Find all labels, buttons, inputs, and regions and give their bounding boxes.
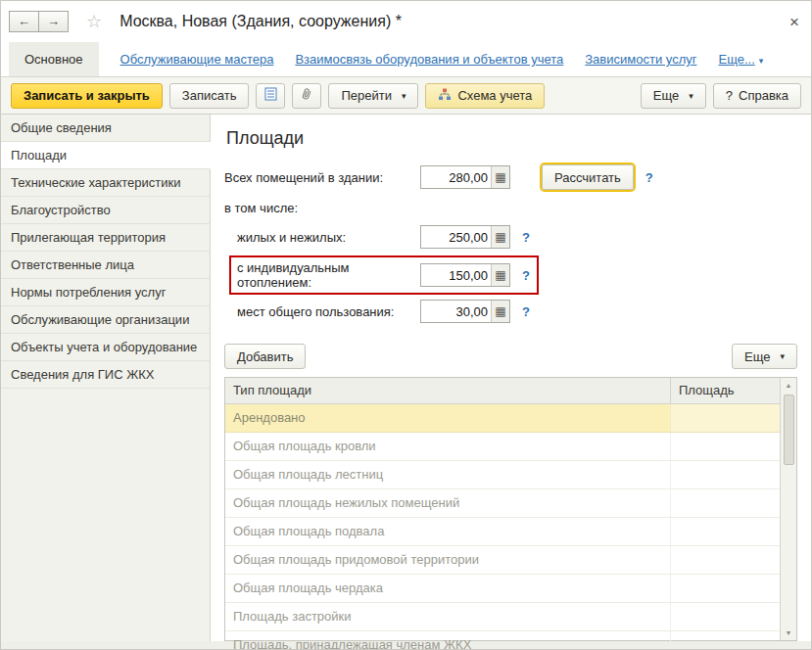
calculate-button[interactable]: Рассчитать [542, 164, 634, 190]
forward-button[interactable]: → [38, 11, 69, 32]
attachments-button[interactable] [292, 83, 321, 109]
help-label: Справка [739, 88, 788, 103]
total-area-label: Всех помещений в здании: [224, 170, 420, 185]
cell-type: Арендовано [225, 404, 670, 432]
table-row[interactable]: Общая площадь лестниц [225, 461, 780, 489]
sidebar-item-technical[interactable]: Технические характеристики [1, 169, 211, 197]
table-row[interactable]: Общая площадь кровли [225, 433, 780, 461]
calculator-icon[interactable]: ▦ [491, 166, 509, 188]
common-area-input[interactable] [421, 301, 491, 322]
paperclip-icon [300, 87, 313, 104]
cell-type: Общая площадь кровли [225, 433, 670, 460]
cell-type: Площадь, принадлежащая членам ЖКХ [225, 631, 670, 650]
table-row[interactable]: Общая площадь подвала [225, 518, 780, 546]
back-button[interactable]: ← [9, 11, 39, 32]
back-icon: ← [18, 14, 30, 28]
chevron-down-icon: ▾ [759, 56, 764, 66]
total-area-row: Всех помещений в здании: ▦ Рассчитать ? [224, 164, 797, 190]
calculator-icon[interactable]: ▦ [491, 226, 509, 248]
favorite-star-icon[interactable]: ☆ [86, 11, 102, 32]
cell-area [670, 603, 780, 630]
residential-area-label: жилых и нежилых: [237, 230, 420, 245]
areas-panel: Площади Всех помещений в здании: ▦ Рассч… [211, 115, 811, 641]
form-body: Общие сведения Площади Технические харак… [1, 115, 811, 649]
scroll-up-icon[interactable]: ▲ [781, 378, 796, 393]
show-in-list-button[interactable] [256, 83, 285, 109]
residential-area-input[interactable] [421, 226, 491, 248]
help-question-icon[interactable]: ? [645, 170, 653, 185]
link-more-menu[interactable]: Еще...▾ [718, 52, 763, 67]
including-label: в том числе: [224, 201, 797, 215]
individual-heating-row: с индивидуальным отоплением: ▦ ? [224, 255, 797, 295]
cell-area [670, 518, 780, 545]
table-row[interactable]: Общая площадь чердака [225, 575, 780, 603]
chevron-down-icon: ▾ [689, 91, 693, 101]
help-question-icon[interactable]: ? [522, 304, 530, 319]
table-row[interactable]: Площадь застройки [225, 603, 780, 631]
accounting-scheme-button[interactable]: Схема учета [425, 83, 545, 109]
cell-type: Общая площадь придомовой территории [225, 546, 670, 574]
cell-area [670, 546, 780, 574]
link-equipment-relation[interactable]: Взаимосвязь оборудования и объектов учет… [295, 52, 563, 67]
sidebar-filler [1, 389, 211, 641]
calculator-icon[interactable]: ▦ [491, 301, 509, 322]
common-area-label: мест общего пользования: [237, 304, 420, 319]
residential-area-row: жилых и нежилых: ▦ ? [224, 225, 797, 249]
individual-heating-label: с индивидуальным отоплением: [237, 260, 420, 290]
sidebar-item-gis-zhkh[interactable]: Сведения для ГИС ЖКХ [1, 361, 211, 389]
sidebar-item-areas[interactable]: Площади [1, 142, 211, 169]
scroll-down-icon[interactable]: ▼ [781, 626, 796, 640]
sidebar-item-accounting-objects[interactable]: Объекты учета и оборудование [1, 334, 211, 361]
calculator-icon[interactable]: ▦ [491, 264, 509, 286]
cell-area [670, 433, 780, 460]
common-area-field-group: ▦ [420, 300, 510, 323]
cell-area [670, 575, 780, 602]
table-scrollbar[interactable]: ▲ ▼ [780, 378, 796, 640]
save-button[interactable]: Записать [169, 83, 250, 109]
link-more-label: Еще... [718, 52, 754, 67]
individual-heating-input[interactable] [421, 264, 491, 286]
sidebar-item-responsible-persons[interactable]: Ответственные лица [1, 252, 211, 279]
list-more-button[interactable]: Еще▾ [732, 344, 797, 369]
residential-area-field-group: ▦ [420, 225, 510, 249]
help-button[interactable]: ?Справка [713, 83, 801, 109]
table-row[interactable]: Общая площадь нежилых помещений [225, 489, 780, 518]
table-row[interactable]: Общая площадь придомовой территории [225, 546, 780, 575]
cell-type: Общая площадь чердака [225, 575, 670, 602]
tab-main[interactable]: Основное [9, 42, 99, 76]
cell-area [670, 404, 780, 432]
app-window: ← → ☆ Москва, Новая (Здания, сооружения)… [0, 0, 812, 650]
sidebar-item-improvement[interactable]: Благоустройство [1, 197, 211, 224]
sidebar-item-consumption-norms[interactable]: Нормы потребления услуг [1, 279, 211, 306]
add-button[interactable]: Добавить [224, 344, 306, 369]
more-label: Еще [653, 88, 679, 103]
cell-area [670, 461, 780, 488]
page-title: Москва, Новая (Здания, сооружения) * [119, 13, 402, 30]
red-highlight-annotation: с индивидуальным отоплением: ▦ ? [229, 255, 539, 295]
title-bar: ← → ☆ Москва, Новая (Здания, сооружения)… [1, 1, 811, 42]
close-button[interactable]: × [789, 14, 799, 30]
area-types-table: Тип площади Площадь Арендовано Общая пло… [224, 377, 797, 641]
total-area-field-group: ▦ [420, 165, 510, 189]
goto-button[interactable]: Перейти▾ [328, 83, 418, 109]
table-row[interactable]: Арендовано [225, 404, 780, 433]
forward-icon: → [47, 14, 60, 28]
help-question-icon[interactable]: ? [522, 268, 530, 283]
scrollbar-thumb[interactable] [784, 395, 794, 465]
cell-type: Площадь застройки [225, 603, 670, 630]
sidebar-item-general[interactable]: Общие сведения [1, 115, 211, 142]
link-service-dependencies[interactable]: Зависимости услуг [585, 52, 696, 67]
help-question-icon: ? [726, 88, 733, 103]
section-sidebar: Общие сведения Площади Технические харак… [1, 115, 211, 641]
org-chart-icon [438, 88, 452, 104]
sidebar-item-adjacent-territory[interactable]: Прилегающая территория [1, 224, 211, 252]
total-area-input[interactable] [421, 166, 491, 188]
more-button[interactable]: Еще▾ [641, 83, 706, 109]
save-and-close-button[interactable]: Записать и закрыть [11, 83, 163, 109]
link-service-masters[interactable]: Обслуживающие мастера [120, 52, 274, 67]
column-header-area[interactable]: Площадь [670, 378, 780, 403]
table-row[interactable]: Площадь, принадлежащая членам ЖКХ [225, 631, 780, 650]
sidebar-item-service-organizations[interactable]: Обслуживающие организации [1, 306, 211, 334]
help-question-icon[interactable]: ? [522, 230, 530, 245]
column-header-type[interactable]: Тип площади [225, 378, 670, 403]
